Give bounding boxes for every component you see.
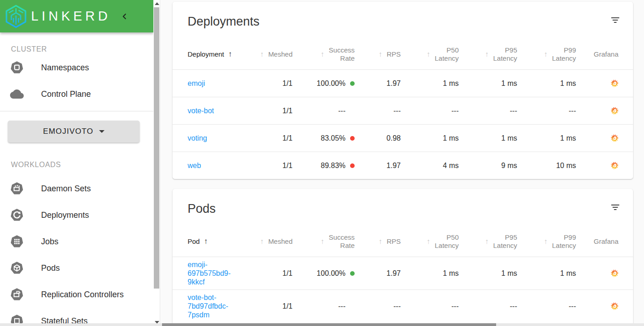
grafana-link[interactable] (611, 107, 618, 115)
sort-arrow-icon (260, 237, 264, 246)
column-header-p50-latency[interactable]: P50 Latency (401, 233, 459, 250)
sort-arrow-icon (320, 50, 324, 58)
column-header-pod[interactable]: Pod (188, 237, 251, 246)
rps-value: --- (355, 302, 401, 310)
deployment-link[interactable]: emoji (188, 79, 205, 88)
column-header-meshed[interactable]: Meshed (251, 237, 293, 246)
table-row: emoji-697b575bd9-9kkcf 1/1 100.00% 1.97 … (173, 257, 633, 289)
p50-value: 1 ms (401, 134, 459, 142)
pod-link[interactable]: vote-bot-7bd97dfbdc-7psdm (188, 293, 239, 319)
sidebar-scrollbar[interactable] (153, 0, 160, 326)
sort-arrow-icon (485, 50, 488, 58)
sort-arrow-icon (228, 50, 232, 59)
column-header-p99-latency[interactable]: P99 Latency (517, 46, 576, 63)
deployments-icon (10, 208, 24, 222)
grafana-link[interactable] (611, 134, 618, 142)
success-rate-value: 83.05% (321, 134, 346, 142)
pods-card: Pods Pod Meshed Success Rate RPS P50 Lat… (173, 189, 633, 326)
column-header-meshed[interactable]: Meshed (251, 50, 293, 58)
p95-value: 1 ms (459, 269, 517, 278)
filter-icon[interactable] (611, 205, 619, 210)
meshed-value: 1/1 (251, 302, 293, 310)
pods-table-header: Pod Meshed Success Rate RPS P50 Latency … (173, 226, 633, 257)
horizontal-scrollbar[interactable] (0, 323, 644, 326)
column-header-rps[interactable]: RPS (355, 50, 401, 58)
pods-icon (10, 261, 24, 275)
column-header-deployment[interactable]: Deployment (188, 50, 251, 59)
column-header-grafana: Grafana (576, 50, 618, 58)
control-plane-icon (10, 87, 24, 101)
sidebar-item-label: Pods (41, 263, 60, 273)
sidebar-item-replication-controllers[interactable]: Replication Controllers (0, 281, 153, 308)
sidebar-item-label: Control Plane (41, 89, 91, 99)
success-rate-value: --- (338, 302, 346, 310)
grafana-link[interactable] (611, 269, 618, 277)
column-header-p95-latency[interactable]: P95 Latency (459, 233, 517, 250)
sidebar-item-jobs[interactable]: Jobs (0, 228, 153, 255)
grafana-link[interactable] (611, 79, 618, 87)
sidebar-item-namespaces[interactable]: Namespaces (0, 54, 153, 81)
sidebar-item-control-plane[interactable]: Control Plane (0, 81, 153, 107)
p50-value: 1 ms (401, 79, 459, 88)
deployment-link[interactable]: vote-bot (188, 106, 214, 115)
scroll-up-icon[interactable] (155, 2, 159, 5)
deployments-card-title: Deployments (188, 14, 260, 29)
brand-title: LINKERD (31, 9, 111, 24)
deployment-link[interactable]: web (188, 161, 201, 170)
column-header-rps[interactable]: RPS (355, 237, 401, 246)
sidebar-collapse-button[interactable] (121, 13, 128, 20)
table-row: web 1/1 89.83% 1.97 4 ms 9 ms 10 ms (173, 152, 633, 179)
sort-arrow-icon (544, 237, 547, 246)
grafana-link[interactable] (611, 162, 618, 169)
pod-link[interactable]: emoji-697b575bd9-9kkcf (188, 260, 239, 286)
filter-icon[interactable] (611, 17, 619, 23)
rps-value: 0.98 (355, 134, 401, 142)
sidebar-scrollbar-thumb[interactable] (154, 7, 159, 289)
horizontal-scrollbar-thumb[interactable] (162, 323, 496, 326)
sort-arrow-icon (544, 50, 547, 58)
column-header-success-rate[interactable]: Success Rate (293, 46, 355, 63)
rps-value: 1.97 (355, 79, 401, 88)
meshed-value: 1/1 (251, 269, 293, 278)
column-header-p50-latency[interactable]: P50 Latency (401, 46, 459, 63)
p95-value: --- (459, 302, 517, 310)
status-dot (350, 271, 355, 276)
pods-card-title: Pods (188, 201, 216, 216)
chevron-left-icon (121, 13, 128, 20)
caret-down-icon (99, 130, 105, 133)
p95-value: --- (459, 107, 517, 115)
sidebar-item-label: Replication Controllers (41, 290, 124, 300)
replication-controllers-icon (10, 288, 24, 301)
column-header-grafana: Grafana (576, 237, 618, 246)
meshed-value: 1/1 (251, 162, 293, 170)
p50-value: --- (401, 107, 459, 115)
deployments-table-header: Deployment Meshed Success Rate RPS P50 L… (173, 39, 633, 69)
sidebar-item-label: Deployments (41, 210, 89, 220)
sidebar-item-label: Jobs (41, 237, 58, 247)
success-rate-value: 100.00% (317, 79, 346, 88)
status-dot (350, 163, 355, 168)
sidebar-item-label: Namespaces (41, 63, 89, 73)
jobs-icon (10, 235, 24, 248)
p50-value: 4 ms (401, 162, 459, 170)
sort-arrow-icon (320, 237, 324, 246)
sidebar-item-daemon-sets[interactable]: Daemon Sets (0, 175, 153, 202)
grafana-link[interactable] (611, 302, 618, 310)
meshed-value: 1/1 (251, 134, 293, 142)
column-header-p95-latency[interactable]: P95 Latency (459, 46, 517, 63)
column-header-p99-latency[interactable]: P99 Latency (517, 233, 576, 250)
namespace-selector-button[interactable]: EMOJIVOTO (8, 121, 140, 142)
meshed-value: 1/1 (251, 107, 293, 115)
deployment-link[interactable]: voting (188, 134, 207, 142)
sidebar-item-pods[interactable]: Pods (0, 255, 153, 281)
sidebar-header: LINKERD (0, 0, 153, 32)
main-content: Deployments Deployment Meshed Success Ra… (161, 0, 644, 326)
table-row: emoji 1/1 100.00% 1.97 1 ms 1 ms 1 ms (173, 69, 633, 97)
rps-value: 1.97 (355, 269, 401, 278)
column-header-success-rate[interactable]: Success Rate (293, 233, 355, 250)
p99-value: 1 ms (517, 134, 576, 142)
sidebar-item-label: Daemon Sets (41, 184, 91, 194)
p50-value: --- (401, 302, 459, 310)
table-row: vote-bot 1/1 --- --- --- --- --- (173, 97, 633, 124)
sidebar-item-deployments[interactable]: Deployments (0, 202, 153, 228)
